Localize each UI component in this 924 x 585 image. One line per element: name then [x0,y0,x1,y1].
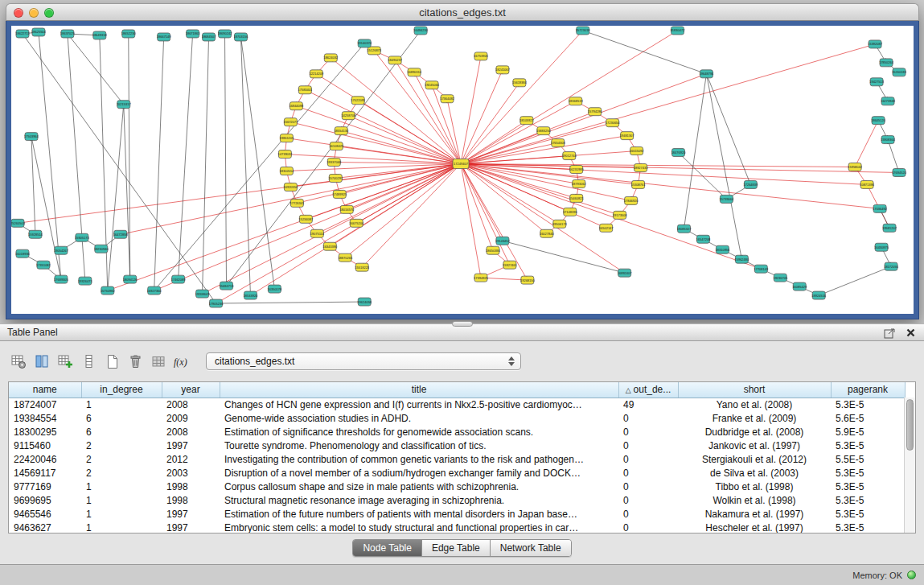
graph-edge [819,266,891,295]
graph-node-label: 19143452 [495,239,511,243]
graph-node-label: 15392087 [868,42,883,46]
graph-node-label: 16502147 [599,226,614,230]
graph-node-label: 16615092 [630,149,645,153]
minimize-window-button[interactable] [29,8,39,18]
graph-node-label: 12214209 [309,72,324,76]
table-row[interactable]: 969969511998Structural magnetic resonanc… [9,493,905,507]
graph-node-label: 35723018 [576,28,591,32]
close-panel-icon[interactable] [904,326,917,339]
table-cell: 5.9E-5 [831,425,905,439]
table-cell: 0 [618,425,678,439]
create-column-icon[interactable] [55,351,76,372]
graph-node-label: 16018936 [15,252,31,256]
table-cell: Nakamura et al. (1997) [678,507,831,521]
network-canvas[interactable]: 1724940718624032122142091758340116844098… [11,26,914,314]
graph-edge [179,34,193,279]
table-row[interactable]: 946362711997Embryonic stem cells: a mode… [9,521,905,534]
graph-edge [461,164,761,270]
zoom-window-button[interactable] [44,8,54,18]
graph-node-label: 18703156 [234,35,249,39]
graph-node-label: 19268150 [520,278,536,282]
column-header-label: out_de... [634,384,671,395]
graph-edge [250,164,461,296]
graph-window: citations_edges.txt 17249407186240321221… [6,3,919,319]
table-row[interactable]: 2242004622012Investigating the contribut… [9,452,905,466]
table-source-dropdown[interactable]: citations_edges.txt [206,352,521,370]
column-header-short[interactable]: short [678,382,831,398]
graph-node-label: 18924516 [811,294,827,298]
table-cell: 5.6E-5 [831,411,905,425]
table-settings-icon[interactable] [8,351,30,372]
graph-edge [68,34,85,281]
close-window-button[interactable] [14,8,23,18]
graph-node-label: 18650394 [486,249,501,253]
table-cell: Disruption of a novel member of a sodium… [220,466,618,480]
traffic-lights [14,4,54,22]
graph-node-label: 14739032 [278,152,294,156]
graph-node-label: 19208647 [195,292,211,296]
graph-node-label: 17583401 [298,88,313,92]
rows-icon[interactable] [78,351,100,372]
table-scrollbar-thumb[interactable] [906,399,914,451]
table-row[interactable]: 1830029562008Estimation of significance … [9,425,905,439]
panel-resize-handle[interactable] [452,321,473,327]
table-row[interactable]: 946554611997Estimation of the future num… [9,507,905,521]
window-titlebar[interactable]: citations_edges.txt [6,3,919,21]
column-header-pagerank[interactable]: pagerank [831,382,905,398]
table-cell: 2 [81,466,162,480]
graph-edge [461,164,528,281]
table-row[interactable]: 911546021997Tourette syndrome. Phenomeno… [9,439,905,452]
table-cell: 2009 [162,411,220,425]
graph-node-label: 18684507 [202,35,217,39]
function-icon[interactable]: f(x) [171,351,193,372]
table-row[interactable]: 1456911722003Disruption of a novel membe… [9,466,905,480]
column-header-out_de[interactable]: △out_de... [618,382,678,398]
tab-edge-table[interactable]: Edge Table [422,540,491,556]
graph-node-label: 18105927 [519,118,535,122]
table-row[interactable]: 977716911998Corpus callosum shape and si… [9,480,905,493]
graph-node-label: 15740291 [328,176,343,180]
table-panel-header-icons [883,326,917,339]
column-header-year[interactable]: year [162,382,220,398]
column-header-in_degree[interactable]: in_degree [81,382,162,398]
show-columns-icon[interactable] [31,351,53,372]
table-cell: 0 [618,452,678,466]
graph-edge [461,164,631,201]
table-scrollbar[interactable] [904,398,915,533]
table-cell: Corpus callosum shape and size in male p… [220,480,618,493]
table-panel: Table Panel f(x) citations_edges.txt nam… [0,323,924,565]
graph-edge [296,106,461,164]
delete-icon[interactable] [125,351,146,372]
graph-node-label: 19054267 [54,249,69,253]
graph-node-label: 18625504 [31,30,47,34]
table-row[interactable]: 1872400712008Changes of HCN gene express… [9,398,905,411]
graph-edge [18,164,461,224]
memory-status-icon [907,571,916,579]
table-cell: 1997 [162,507,220,521]
new-file-icon[interactable] [101,351,123,372]
float-panel-icon[interactable] [883,326,896,339]
table-cell: 1997 [162,439,220,452]
graph-node-label: 16547208 [696,237,712,241]
tab-network-table[interactable]: Network Table [491,540,571,556]
table-row[interactable]: 1938455462009Genome-wide association stu… [9,411,905,425]
table-header-row: namein_degreeyeartitle△out_de...shortpag… [9,382,905,398]
table-cell: Dudbridge et al. (2008) [678,425,831,439]
graph-node-label: 18490237 [388,58,403,62]
graph-node-label: 14258706 [341,113,356,117]
graph-node-label: 15905173 [75,236,90,240]
column-header-name[interactable]: name [9,382,81,398]
table-cell: 49 [618,398,678,411]
graph-node-label: 17654308 [551,141,566,145]
tab-node-table[interactable]: Node Table [353,540,422,556]
graph-node-label: 16085429 [792,285,807,289]
import-table-icon[interactable] [148,351,170,372]
table-cell: 5.3E-5 [831,493,905,507]
column-header-title[interactable]: title [220,382,618,398]
graph-node-label: 19624058 [357,300,372,304]
table-cell: 22420046 [9,452,81,466]
graph-node-label: 18016570 [339,208,355,212]
graph-node-label: 18241067 [495,68,511,72]
graph-node-label: 18094126 [123,278,138,282]
table-cell: 5.3E-5 [831,466,905,480]
